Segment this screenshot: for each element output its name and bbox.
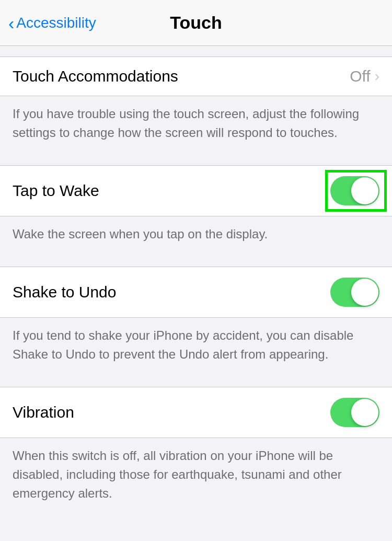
back-label: Accessibility (16, 15, 96, 31)
tap-to-wake-description: Wake the screen when you tap on the disp… (0, 216, 392, 256)
shake-to-undo-toggle[interactable] (330, 278, 379, 307)
tap-to-wake-toggle[interactable] (330, 176, 379, 205)
shake-to-undo-row[interactable]: Shake to Undo (0, 267, 392, 317)
touch-accommodations-status: Off (350, 67, 370, 85)
vibration-row[interactable]: Vibration (0, 387, 392, 438)
vibration-section: Vibration When this switch is off, all v… (0, 387, 392, 515)
touch-accommodations-section: Touch Accommodations Off › If you have t… (0, 56, 392, 155)
shake-to-undo-label: Shake to Undo (13, 283, 116, 301)
chevron-left-icon: ‹ (8, 14, 14, 32)
touch-accommodations-row[interactable]: Touch Accommodations Off › (0, 57, 392, 96)
shake-to-undo-section: Shake to Undo If you tend to shake your … (0, 267, 392, 376)
vibration-toggle[interactable] (330, 398, 379, 427)
tap-to-wake-section: Tap to Wake Wake the screen when you tap… (0, 165, 392, 256)
tap-to-wake-label: Tap to Wake (13, 182, 99, 200)
toggle-knob (351, 279, 378, 306)
vibration-description: When this switch is off, all vibration o… (0, 438, 392, 515)
tap-to-wake-group: Tap to Wake (0, 165, 392, 216)
toggle-knob (351, 177, 378, 204)
vibration-group: Vibration (0, 387, 392, 438)
touch-accommodations-group: Touch Accommodations Off › (0, 56, 392, 96)
navigation-bar: ‹ Accessibility Touch (0, 0, 392, 46)
tap-to-wake-row[interactable]: Tap to Wake (0, 166, 392, 216)
touch-accommodations-description: If you have trouble using the touch scre… (0, 96, 392, 155)
chevron-right-icon: › (375, 68, 379, 85)
touch-accommodations-label: Touch Accommodations (13, 67, 178, 85)
toggle-knob (351, 399, 378, 426)
tap-to-wake-highlight (330, 176, 379, 205)
shake-to-undo-description: If you tend to shake your iPhone by acci… (0, 318, 392, 376)
back-button[interactable]: ‹ Accessibility (8, 14, 96, 32)
vibration-label: Vibration (13, 404, 74, 421)
touch-accommodations-value[interactable]: Off › (350, 67, 379, 85)
settings-content: Touch Accommodations Off › If you have t… (0, 46, 392, 515)
page-title: Touch (170, 13, 222, 33)
shake-to-undo-group: Shake to Undo (0, 267, 392, 318)
